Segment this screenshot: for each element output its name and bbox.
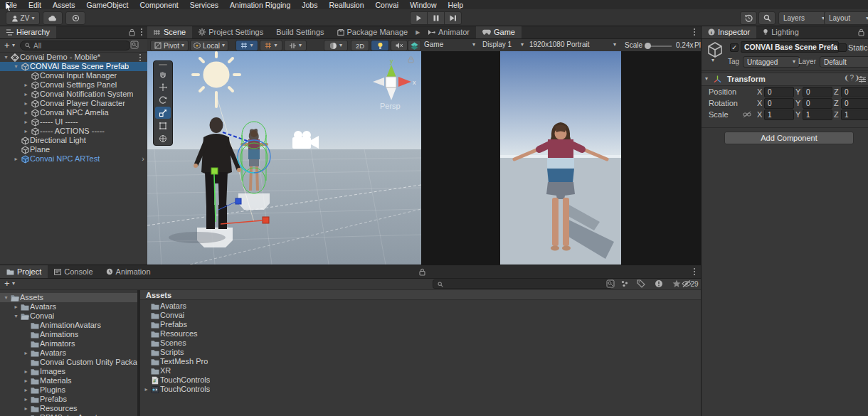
menu-item-help[interactable]: Help	[448, 1, 464, 9]
project-tree-item[interactable]: ▸Avatars	[0, 302, 137, 311]
expand-arrow[interactable]: ▸	[22, 117, 30, 127]
menu-item-window[interactable]: Window	[410, 1, 436, 9]
scene-viewport[interactable]: y x Persp	[147, 51, 421, 265]
tab-inspector[interactable]: i Inspector	[702, 26, 756, 38]
hierarchy-item[interactable]: ▸Convai NPC Amelia	[0, 108, 147, 117]
hierarchy-item[interactable]: ▾CONVAI Base Scene Prefab	[0, 62, 147, 71]
project-file-item[interactable]: ▸TouchControls	[140, 385, 701, 394]
tab-lighting[interactable]: Lighting	[756, 26, 805, 38]
hierarchy-item[interactable]: ▸Convai Player Character	[0, 99, 147, 108]
expand-arrow[interactable]: ▸	[22, 108, 30, 117]
account-button[interactable]: ZV▾	[6, 11, 40, 25]
active-checkbox[interactable]: ✓	[730, 43, 739, 52]
transform-foldout-arrow[interactable]: ▾	[705, 76, 708, 82]
project-tree-item[interactable]: ▸Prefabs	[0, 395, 137, 404]
menu-item-services[interactable]: Services	[190, 1, 218, 9]
move-tool-button[interactable]	[155, 81, 171, 93]
menu-item-component[interactable]: Component	[139, 1, 178, 9]
step-button[interactable]	[444, 11, 462, 25]
transform-x-field[interactable]: 1	[764, 110, 794, 120]
tab-console[interactable]: Console	[48, 265, 99, 278]
tab-hierarchy[interactable]: Hierarchy	[0, 26, 56, 38]
game-resolution-dropdown[interactable]: 1920x1080 Portrait▾	[529, 41, 616, 48]
preset-icon[interactable]	[859, 76, 866, 82]
transform-y-field[interactable]: 0	[803, 87, 832, 97]
transform-y-field[interactable]: 1	[803, 110, 832, 120]
expand-arrow[interactable]: ▸	[22, 348, 30, 358]
lock-icon[interactable]	[858, 26, 868, 38]
game-display-dropdown[interactable]: Display 1▾	[482, 41, 524, 48]
project-tree-item[interactable]: Convai Custom Unity Packag	[0, 358, 137, 367]
game-viewport[interactable]	[421, 51, 701, 265]
play-button[interactable]	[410, 11, 428, 25]
expand-arrow[interactable]: ▸	[22, 90, 30, 99]
expand-arrow[interactable]: ▸	[12, 302, 20, 311]
expand-arrow[interactable]: ▸	[22, 127, 30, 136]
tab-animation[interactable]: Animation	[100, 265, 157, 278]
cloud-button[interactable]	[43, 11, 63, 25]
hierarchy-search-input[interactable]: All	[20, 41, 131, 50]
project-file-item[interactable]: Avatars	[140, 302, 701, 311]
expand-arrow[interactable]: ▸	[22, 80, 30, 90]
hierarchy-item[interactable]: ▸----- UI -----	[0, 117, 147, 127]
undo-history-button[interactable]	[740, 11, 757, 25]
hierarchy-item[interactable]: ▸Convai Settings Panel	[0, 80, 147, 90]
transform-tool-button[interactable]	[155, 132, 171, 144]
chevron-right-icon[interactable]: ›	[142, 154, 144, 164]
transform-z-field[interactable]: 0	[841, 98, 868, 109]
project-file-item[interactable]: XR	[140, 366, 701, 375]
expand-arrow[interactable]: ▾	[12, 311, 20, 321]
menu-item-animation-rigging[interactable]: Animation Rigging	[230, 1, 290, 9]
pivot-dropdown[interactable]: Pivot▾	[150, 40, 189, 51]
scale-slider-knob[interactable]	[645, 43, 651, 49]
hierarchy-item[interactable]: Directional Light	[0, 136, 147, 145]
label-filter-icon[interactable]	[637, 279, 645, 288]
transform-x-field[interactable]: 0	[764, 98, 794, 109]
lock-icon[interactable]	[129, 26, 138, 38]
tab-scroll-right-icon[interactable]: ▶	[414, 26, 421, 38]
tab-game[interactable]: Game	[476, 26, 522, 38]
tab-project[interactable]: Project	[0, 265, 48, 278]
project-tree-item[interactable]: ▸Avatars	[0, 348, 137, 358]
snap-increment-dropdown[interactable]: ▾	[284, 40, 307, 51]
scale-slider[interactable]	[646, 46, 672, 47]
game-display-target-dropdown[interactable]: Game▾	[424, 41, 475, 48]
gameobject-icon-dropdown[interactable]: ▾	[711, 58, 714, 63]
transform-title[interactable]: Transform	[727, 75, 766, 83]
local-dropdown[interactable]: Local▾	[190, 40, 228, 51]
expand-arrow[interactable]: ▸	[22, 376, 30, 385]
tab-package-manage[interactable]: Package Manage	[331, 26, 415, 38]
palette-drag-handle[interactable]	[154, 61, 172, 68]
menu-item-reallusion[interactable]: Reallusion	[329, 1, 364, 9]
project-tree-item[interactable]: ▸Materials	[0, 376, 137, 385]
expand-arrow[interactable]: ▾	[2, 53, 10, 62]
menu-item-assets[interactable]: Assets	[53, 1, 75, 9]
scale-tool-button[interactable]	[155, 107, 171, 119]
tab-project-settings[interactable]: Project Settings	[192, 26, 270, 38]
expand-arrow[interactable]: ▸	[22, 99, 30, 108]
tag-dropdown[interactable]: Untagged▾	[743, 56, 800, 68]
project-tree-item[interactable]: ▾Convai	[0, 311, 137, 321]
layers-dropdown[interactable]: Layers▾	[778, 11, 830, 25]
rect-tool-button[interactable]	[155, 119, 171, 132]
panel-menu-icon[interactable]	[691, 28, 698, 36]
hierarchy-item[interactable]: Convai Input Manager	[0, 71, 147, 80]
favorites-star-icon[interactable]	[672, 279, 681, 288]
project-tree-item[interactable]: ▸Resources	[0, 404, 137, 413]
persp-label[interactable]: Persp	[380, 102, 401, 110]
project-tree-item[interactable]: RPMSetupAssets	[0, 413, 137, 416]
shading-mode-dropdown[interactable]: ▾	[324, 40, 348, 51]
kebab-icon[interactable]	[137, 54, 144, 61]
tab-build-settings[interactable]: Build Settings	[270, 26, 330, 38]
expand-arrow[interactable]: ▾	[2, 293, 10, 302]
play-focused-dropdown[interactable]: Play	[694, 41, 701, 49]
project-tree-item[interactable]: ▾Assets	[0, 293, 137, 302]
pause-button[interactable]	[427, 11, 445, 25]
tab-animator[interactable]: Animator	[421, 26, 476, 38]
asset-store-filter-icon[interactable]	[620, 279, 629, 288]
scene-lighting-toggle[interactable]	[371, 40, 389, 51]
expand-arrow[interactable]: ▸	[22, 385, 30, 395]
add-component-button[interactable]: Add Component	[724, 132, 854, 144]
transform-z-field[interactable]: 1	[841, 110, 868, 120]
scale-link-icon[interactable]	[743, 111, 751, 118]
